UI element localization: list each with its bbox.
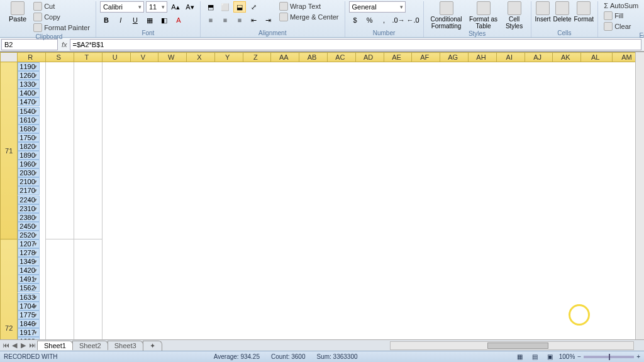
cell[interactable] <box>46 62 74 239</box>
cell[interactable]: 1562 <box>18 283 39 292</box>
cell[interactable]: 1349 <box>18 257 39 266</box>
column-header[interactable]: AG <box>440 53 469 62</box>
cell-styles-icon[interactable] <box>508 1 521 15</box>
align-top-icon[interactable]: ⬒ <box>204 1 217 13</box>
cell[interactable]: 1775 <box>18 310 39 319</box>
zoom-out-icon[interactable]: − <box>577 353 581 360</box>
view-layout-icon[interactable]: ▤ <box>529 351 541 363</box>
row-header[interactable]: 71 <box>1 62 18 239</box>
increase-indent-icon[interactable]: ⇥ <box>262 14 275 26</box>
new-sheet-tab[interactable]: ✦ <box>143 341 162 351</box>
tab-nav[interactable]: ⏮ ◀ ▶ ⏭ <box>0 341 38 349</box>
conditional-formatting-icon[interactable] <box>440 1 453 15</box>
view-pagebreak-icon[interactable]: ▣ <box>544 351 557 363</box>
currency-icon[interactable]: $ <box>349 14 362 26</box>
delete-button[interactable]: Delete <box>553 16 572 23</box>
cell-styles-button[interactable]: Cell Styles <box>502 16 527 30</box>
cell[interactable]: 1704 <box>18 302 39 310</box>
merge-center-button[interactable]: Merge & Center <box>277 12 341 22</box>
align-middle-icon[interactable]: ⬜ <box>219 1 231 13</box>
font-family-select[interactable]: Calibri <box>100 1 144 13</box>
column-header[interactable]: T <box>74 53 103 62</box>
cell[interactable]: 1260 <box>18 71 39 80</box>
cell[interactable]: 2380 <box>18 213 39 222</box>
column-header[interactable]: AH <box>469 53 497 62</box>
column-header[interactable]: AE <box>384 53 412 62</box>
paste-button[interactable]: Paste <box>6 1 29 23</box>
zoom-in-icon[interactable]: + <box>636 353 640 360</box>
cell[interactable]: 1190 <box>18 62 39 71</box>
align-center-icon[interactable]: ≡ <box>219 14 231 26</box>
fill-button[interactable]: Fill <box>602 11 640 21</box>
column-header[interactable]: U <box>102 53 130 62</box>
cell[interactable]: 2310 <box>18 204 39 213</box>
format-button[interactable]: Format <box>574 16 594 23</box>
cell[interactable]: 1890 <box>18 151 39 160</box>
cell[interactable]: 2030 <box>18 168 39 177</box>
select-all-corner[interactable] <box>1 53 18 62</box>
cell[interactable]: 1491 <box>18 275 39 283</box>
sheet-tab-1[interactable]: Sheet1 <box>37 341 73 350</box>
cell[interactable]: 1470 <box>18 97 39 106</box>
cut-button[interactable]: Cut <box>31 1 92 11</box>
comma-icon[interactable]: , <box>378 14 391 26</box>
column-header[interactable]: AD <box>355 53 384 62</box>
wrap-text-button[interactable]: Wrap Text <box>277 1 341 11</box>
align-bottom-icon[interactable]: ⬓ <box>233 1 246 13</box>
insert-button[interactable]: Insert <box>535 16 551 23</box>
align-left-icon[interactable]: ≡ <box>204 14 217 26</box>
horizontal-scrollbar[interactable] <box>390 341 634 350</box>
cell[interactable]: 1960 <box>18 160 39 168</box>
sheet-tab-3[interactable]: Sheet3 <box>108 341 143 350</box>
zoom-slider[interactable] <box>584 356 634 358</box>
cell[interactable] <box>74 62 103 239</box>
decrease-decimal-icon[interactable]: ←.0 <box>407 14 419 26</box>
column-header[interactable]: AC <box>327 53 355 62</box>
vertical-scrollbar[interactable] <box>635 52 644 339</box>
sheet-tab-2[interactable]: Sheet2 <box>72 341 108 350</box>
cell[interactable]: 1610 <box>18 116 39 124</box>
tab-next-icon[interactable]: ▶ <box>19 341 28 349</box>
column-header[interactable]: AK <box>553 53 581 62</box>
decrease-font-icon[interactable]: A▾ <box>184 1 196 13</box>
cell[interactable] <box>74 239 103 339</box>
font-size-select[interactable]: 11 <box>146 1 167 13</box>
fx-icon[interactable]: fx <box>59 41 70 48</box>
increase-decimal-icon[interactable]: .0→ <box>392 14 405 26</box>
cell[interactable]: 1750 <box>18 133 39 142</box>
column-header[interactable]: S <box>46 53 74 62</box>
delete-cells-icon[interactable] <box>555 1 569 15</box>
underline-button[interactable]: U <box>129 14 142 26</box>
worksheet-grid[interactable]: RSTUVWXYZAAABACADAEAFAGAHAIAJAKALAM71119… <box>0 52 644 339</box>
column-header[interactable]: AJ <box>525 53 553 62</box>
column-header[interactable]: R <box>18 53 46 62</box>
align-right-icon[interactable]: ≡ <box>233 14 246 26</box>
font-color-button[interactable]: A <box>172 14 185 26</box>
percent-icon[interactable]: % <box>364 14 376 26</box>
column-header[interactable]: V <box>130 53 158 62</box>
column-header[interactable]: W <box>158 53 187 62</box>
column-header[interactable]: AB <box>299 53 328 62</box>
fill-color-button[interactable]: ◧ <box>158 14 170 26</box>
cell[interactable]: 1633 <box>18 293 39 302</box>
cell[interactable]: 2240 <box>18 195 39 204</box>
column-header[interactable]: AA <box>271 53 299 62</box>
number-format-select[interactable]: General <box>349 1 406 13</box>
decrease-indent-icon[interactable]: ⇤ <box>248 14 260 26</box>
zoom-level[interactable]: 100% <box>559 353 575 360</box>
increase-font-icon[interactable]: A▴ <box>169 1 182 13</box>
border-button[interactable]: ▦ <box>143 14 156 26</box>
cell[interactable]: 1207 <box>18 239 39 248</box>
format-painter-button[interactable]: Format Painter <box>31 23 92 33</box>
orientation-icon[interactable]: ⤢ <box>248 1 260 13</box>
cell[interactable]: 1330 <box>18 80 39 89</box>
cell[interactable] <box>46 239 74 339</box>
conditional-formatting-button[interactable]: Conditional Formatting <box>428 16 465 30</box>
autosum-button[interactable]: Σ AutoSum <box>602 1 640 10</box>
cell[interactable]: 1820 <box>18 142 39 151</box>
cell[interactable]: 1540 <box>18 107 39 116</box>
tab-first-icon[interactable]: ⏮ <box>1 341 10 349</box>
bold-button[interactable]: B <box>100 14 113 26</box>
column-header[interactable]: AI <box>496 53 525 62</box>
row-header[interactable]: 72 <box>1 239 18 339</box>
